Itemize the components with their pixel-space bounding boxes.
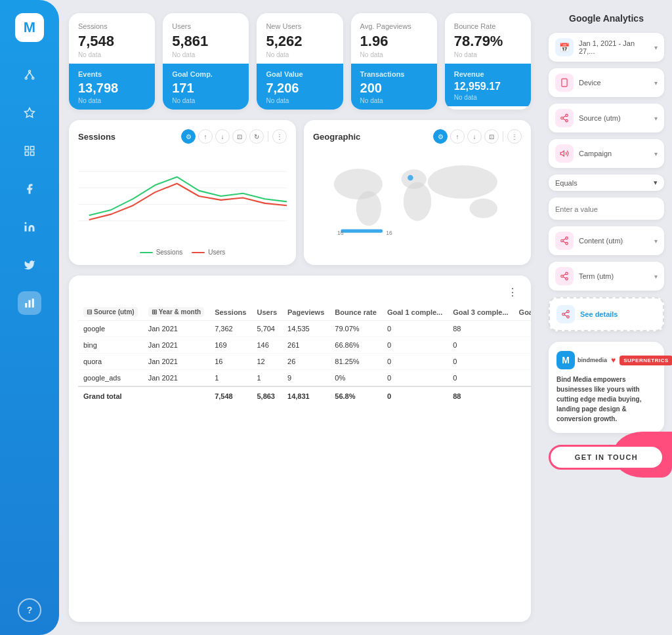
date-filter[interactable]: 📅 Jan 1, 2021 - Jan 27,... ▾ [549, 33, 664, 62]
geo-export-button[interactable]: ⊡ [484, 129, 499, 144]
svg-line-50 [564, 315, 567, 316]
source-filter[interactable]: Source (utm) ▾ [549, 104, 664, 133]
sidebar-help-button[interactable]: ? [18, 598, 41, 622]
svg-point-39 [566, 242, 568, 245]
row0-pageviews: 14,535 [282, 321, 329, 337]
col-source[interactable]: ⊟ Source (utm) [78, 304, 143, 321]
brand-section: M bindmedia ♥ SUPERNETRICS Bind Media em… [549, 342, 664, 433]
svg-point-37 [566, 237, 568, 239]
svg-line-40 [563, 241, 566, 243]
sidebar-item-analytics[interactable] [18, 101, 41, 125]
device-filter[interactable]: Device ▾ [549, 68, 664, 97]
svg-line-41 [563, 239, 566, 240]
stat-card-pageviews: Avg. Pageviews 1.96 No data Transactions… [351, 13, 437, 110]
row2-goal3: 0 [448, 354, 513, 370]
row2-source: quora [78, 354, 143, 370]
svg-rect-10 [25, 226, 27, 232]
transactions-value: 200 [360, 81, 428, 96]
stat-card-new-users: New Users 5,262 No data Goal Value 7,206… [257, 13, 343, 110]
grand-total-goal3: 88 [448, 386, 513, 404]
revenue-label: Revenue [454, 70, 522, 78]
geo-up-button[interactable]: ↑ [450, 129, 465, 144]
pageviews-label: Avg. Pageviews [360, 22, 428, 30]
col-goalc-header[interactable]: Goal compl [514, 304, 531, 321]
svg-rect-12 [25, 303, 27, 308]
up-button[interactable]: ↑ [198, 129, 213, 144]
events-value: 13,798 [78, 81, 146, 96]
col-pageviews-header[interactable]: Pageviews [282, 304, 329, 321]
more-button[interactable]: ⋮ [272, 129, 287, 144]
grand-total-sessions: 7,548 [209, 386, 251, 404]
source-filter-label: Source (utm) [579, 114, 649, 122]
sessions-line-chart [78, 150, 287, 242]
row1-goal1: 0 [382, 337, 448, 354]
row1-pageviews: 261 [282, 337, 329, 354]
sidebar-item-linkedin[interactable] [18, 215, 41, 239]
sessions-chart-header: Sessions ⚙ ↑ ↓ ⊡ ↻ ⋮ [78, 129, 287, 144]
svg-rect-8 [25, 152, 28, 155]
sidebar-item-twitter[interactable] [18, 253, 41, 277]
get-in-touch-button[interactable]: GET IN TOUCH [549, 445, 664, 470]
campaign-filter-arrow: ▾ [654, 150, 658, 157]
sidebar-item-grid[interactable] [18, 139, 41, 163]
enter-value-field[interactable] [549, 197, 664, 220]
col-sessions-header[interactable]: Sessions [209, 304, 251, 321]
svg-point-38 [561, 239, 564, 242]
grand-total-bounce: 56.8% [329, 386, 382, 404]
goal-comp-label: Goal Comp. [172, 70, 240, 78]
grand-total-empty [143, 386, 209, 404]
col-year[interactable]: ⊞ Year & month [143, 304, 209, 321]
campaign-filter-label: Campaign [579, 150, 649, 157]
row0-bounce: 79.07% [329, 321, 382, 337]
svg-point-43 [561, 275, 564, 277]
sidebar-item-facebook[interactable] [18, 177, 41, 201]
table-row: quora Jan 2021 16 12 26 81.25% 0 0 [78, 354, 531, 370]
row2-sessions: 16 [209, 354, 251, 370]
equals-dropdown[interactable]: Equals ▾ [549, 174, 664, 191]
col-goal1-header[interactable]: Goal 1 comple... [382, 304, 448, 321]
col-bounce-header[interactable]: Bounce rate [329, 304, 382, 321]
users-sub: No data [172, 51, 240, 58]
term-filter[interactable]: Term (utm) ▾ [549, 262, 664, 291]
svg-point-44 [566, 277, 568, 280]
row1-source: bing [78, 337, 143, 354]
campaign-filter[interactable]: Campaign ▾ [549, 139, 664, 168]
right-panel: Google Analytics 📅 Jan 1, 2021 - Jan 27,… [541, 0, 672, 635]
svg-rect-14 [32, 298, 34, 308]
sidebar-logo[interactable]: M [15, 13, 44, 42]
grand-total-goal1: 0 [382, 386, 448, 404]
pageviews-value: 1.96 [360, 33, 428, 50]
down-button[interactable]: ↓ [215, 129, 230, 144]
svg-rect-9 [31, 152, 34, 155]
sessions-chart-controls: ⚙ ↑ ↓ ⊡ ↻ ⋮ [181, 129, 287, 144]
source-icon [555, 109, 574, 127]
refresh-button[interactable]: ↻ [249, 129, 264, 144]
row1-bounce: 66.86% [329, 337, 382, 354]
data-table-section: ⋮ ⊟ Source (utm) ⊞ Year & month Sessions… [69, 276, 531, 622]
svg-point-23 [428, 165, 497, 199]
geo-down-button[interactable]: ↓ [467, 129, 482, 144]
table-menu-button[interactable]: ⋮ [503, 285, 522, 300]
svg-point-25 [408, 175, 413, 180]
content-filter[interactable]: Content (utm) ▾ [549, 226, 664, 255]
goal-value-label: Goal Value [266, 70, 333, 78]
enter-value-input[interactable] [555, 205, 658, 213]
bindmedia-logo: M bindmedia [556, 351, 607, 369]
sidebar-item-chart[interactable] [18, 291, 41, 315]
geo-more-button[interactable]: ⋮ [507, 129, 522, 144]
events-sub: No data [78, 97, 146, 104]
col-goal3-header[interactable]: Goal 3 comple... [448, 304, 513, 321]
term-icon [555, 267, 574, 285]
source-filter-arrow: ▾ [654, 115, 658, 122]
table-row: bing Jan 2021 169 146 261 66.86% 0 0 [78, 337, 531, 354]
goal-value-value: 7,206 [266, 81, 333, 96]
col-users-header[interactable]: Users [251, 304, 282, 321]
events-label: Events [78, 70, 146, 78]
export-button[interactable]: ⊡ [232, 129, 247, 144]
logo-m-icon: M [556, 351, 575, 369]
settings-button[interactable]: ⚙ [181, 129, 196, 144]
see-details-card[interactable]: See details [549, 297, 664, 331]
geo-chart-header: Geographic ⚙ ↑ ↓ ⊡ ⋮ [313, 129, 522, 144]
geo-settings-button[interactable]: ⚙ [433, 129, 448, 144]
sidebar-item-network[interactable] [18, 63, 41, 87]
